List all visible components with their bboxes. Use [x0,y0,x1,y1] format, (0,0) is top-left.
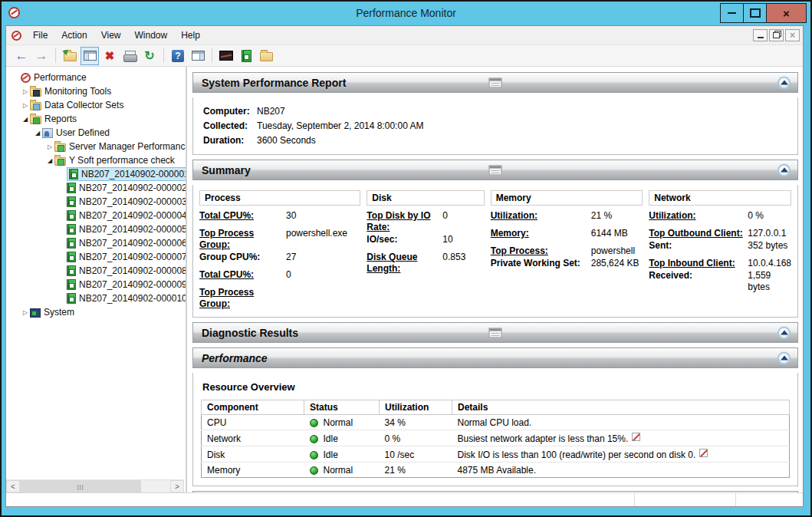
tree-item-report-000001[interactable]: NB207_20140902-000001 [6,167,186,181]
tree-item-ysoft-performance-check[interactable]: ◢ Y Soft performance check [6,153,186,167]
summary-value: 127.0.0.1 [748,228,786,239]
section-header-performance[interactable]: Performance [192,347,798,368]
summary-link[interactable]: Top Process Group: [199,228,286,251]
tree-item-report-000004[interactable]: NB207_20140902-000004 [6,209,186,222]
tree-item-user-defined[interactable]: ◢ User Defined [6,126,186,140]
minimize-button[interactable] [720,3,744,23]
collapse-arrow-icon[interactable]: ◢ [21,116,30,123]
server-manager-performance-icon [54,143,66,152]
mdi-close-button[interactable]: × [785,29,800,41]
summary-link[interactable]: Memory: [491,228,591,239]
column-header-status: Status [304,400,380,415]
section-title: Performance [202,352,268,364]
expand-arrow-icon[interactable]: ▷ [21,309,30,316]
scrollbar-track[interactable] [141,480,170,492]
summary-value: powershell [591,245,635,257]
tree-item-data-collector-sets[interactable]: ▷ Data Collector Sets [6,98,186,112]
performance-chart-icon[interactable] [217,47,235,65]
summary-link[interactable]: Top Disk by IO Rate: [367,210,442,233]
collapse-section-button[interactable] [777,351,791,364]
collapse-arrow-icon[interactable]: ◢ [33,130,42,137]
menu-help[interactable]: Help [174,27,207,44]
mdi-restore-button[interactable] [769,29,784,41]
tree-item-report-000003[interactable]: NB207_20140902-000003 [6,195,186,209]
refresh-icon[interactable] [140,47,159,65]
tree-item-report-000002[interactable]: NB207_20140902-000002 [6,181,186,195]
scroll-right-icon[interactable]: > [170,480,184,492]
scrollbar-thumb[interactable]: ||| [20,480,141,492]
note-edit-icon[interactable] [699,449,708,457]
new-folder-icon[interactable] [257,47,275,65]
export-icon[interactable] [61,47,79,65]
selected-tree-item[interactable]: NB207_20140902-000001 [67,167,187,181]
tree-item-server-manager-performance[interactable]: ▷ Server Manager Performance [6,140,186,153]
tree-item-reports[interactable]: ◢ Reports [6,112,186,126]
show-hide-action-pane-icon[interactable] [189,47,207,65]
close-button[interactable]: × [766,3,807,23]
tree-item-label: User Defined [56,127,110,138]
tree-item-report-000006[interactable]: NB207_20140902-000006 [6,236,186,250]
properties-book-icon[interactable] [237,47,255,65]
section-header-cpu[interactable]: CPU [192,491,798,492]
summary-label: Received: [649,270,748,293]
summary-link[interactable]: Total CPU%: [199,210,286,222]
group-header: Disk [367,190,484,206]
expand-arrow-icon[interactable]: ▷ [21,102,30,109]
tree-item-system[interactable]: ▷ System [6,305,186,319]
tree-item-monitoring-tools[interactable]: ▷ Monitoring Tools [6,84,186,98]
collapse-arrow-icon[interactable]: ◢ [45,157,54,164]
table-view-icon [489,77,502,87]
mdi-minimize-button[interactable] [753,29,768,41]
tree-item-report-000007[interactable]: NB207_20140902-000007 [6,250,186,264]
summary-link[interactable]: Top Process Group: [199,287,286,310]
tree-item-label: NB207_20140902-000003 [79,196,187,207]
summary-value: 27 [286,252,296,263]
forward-icon[interactable] [32,47,51,65]
report-icon [67,265,76,276]
status-ok-icon [310,419,318,427]
tree-item-report-000008[interactable]: NB207_20140902-000008 [6,264,186,278]
section-header-summary[interactable]: Summary [192,160,798,180]
summary-link[interactable]: Top Outbound Client: [649,228,748,239]
print-icon[interactable] [120,47,139,65]
field-label: Computer: [203,104,257,119]
expand-arrow-icon[interactable]: ▷ [45,143,54,150]
mdi-system-menu-icon[interactable] [12,31,21,41]
collapse-section-button[interactable] [777,163,791,176]
summary-link[interactable]: Top Process: [491,245,591,257]
delete-icon[interactable] [100,47,119,65]
section-header-system-performance-report[interactable]: System Performance Report [192,72,798,93]
tree-item-report-000009[interactable]: NB207_20140902-000009 [6,278,186,291]
expand-arrow-icon[interactable]: ▷ [21,88,30,95]
collapse-section-button[interactable] [777,326,791,339]
tree-item-label: NB207_20140902-000005 [79,224,187,235]
maximize-button[interactable] [743,3,767,23]
menu-window[interactable]: Window [128,27,175,44]
help-icon[interactable] [169,47,187,65]
details-cell: Busiest network adapter is less than 15%… [452,430,790,446]
summary-link[interactable]: Top Inbound Client: [649,258,748,269]
table-row: Memory Normal 21 % 4875 MB Available. [202,463,790,478]
scroll-left-icon[interactable]: < [6,480,20,492]
collapse-section-button[interactable] [777,76,791,89]
tree-horizontal-scrollbar[interactable]: < ||| > [6,479,184,492]
menu-file[interactable]: File [26,27,54,44]
section-header-diagnostic-results[interactable]: Diagnostic Results [192,322,798,343]
summary-link[interactable]: Utilization: [491,210,591,222]
group-header: Network [649,190,791,206]
summary-link[interactable]: Total CPU%: [199,269,286,281]
summary-link[interactable]: Utilization: [649,210,748,222]
note-edit-icon[interactable] [632,433,640,441]
menu-action[interactable]: Action [54,27,94,44]
summary-group-memory: Memory Utilization:21 % Memory:6144 MB T… [491,190,643,310]
menu-view[interactable]: View [94,27,128,44]
back-icon[interactable] [12,47,31,65]
title-bar[interactable]: Performance Monitor × [2,2,810,24]
tree-item-label: Server Manager Performance [69,141,187,152]
tree-item-performance[interactable]: Performance [6,71,186,84]
show-hide-console-tree-icon[interactable] [81,47,99,65]
section-title: System Performance Report [202,77,346,89]
tree-item-report-000005[interactable]: NB207_20140902-000005 [6,222,186,236]
summary-link[interactable]: Disk Queue Length: [367,252,442,275]
tree-item-report-000010[interactable]: NB207_20140902-000010 [6,291,186,305]
